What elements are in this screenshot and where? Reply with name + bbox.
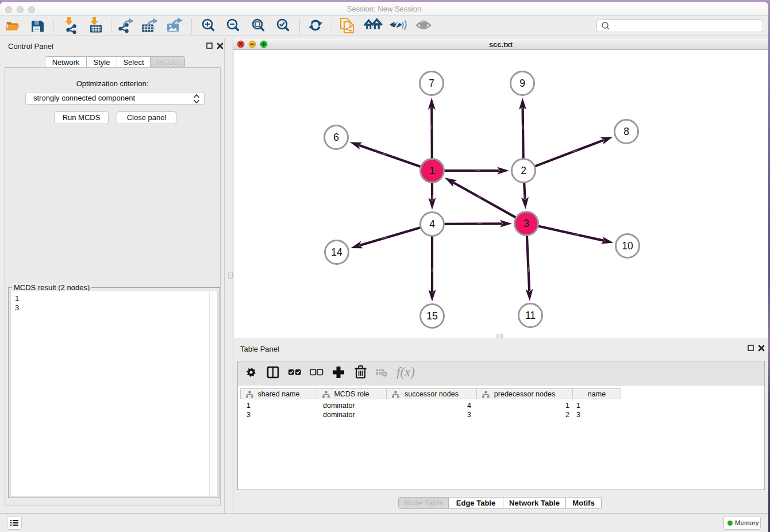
svg-text:2: 2 xyxy=(521,165,526,176)
svg-text:1: 1 xyxy=(429,165,435,176)
svg-text:f(x): f(x) xyxy=(396,365,415,379)
svg-text:4: 4 xyxy=(429,218,435,230)
svg-text:10: 10 xyxy=(622,240,633,252)
svg-text:3: 3 xyxy=(523,218,529,229)
svg-text:15: 15 xyxy=(426,310,437,322)
svg-text:14: 14 xyxy=(331,246,342,258)
svg-text:8: 8 xyxy=(623,126,629,137)
svg-text:9: 9 xyxy=(519,78,525,89)
svg-text:7: 7 xyxy=(429,78,434,89)
svg-text:11: 11 xyxy=(525,310,536,321)
svg-text:6: 6 xyxy=(333,132,339,143)
